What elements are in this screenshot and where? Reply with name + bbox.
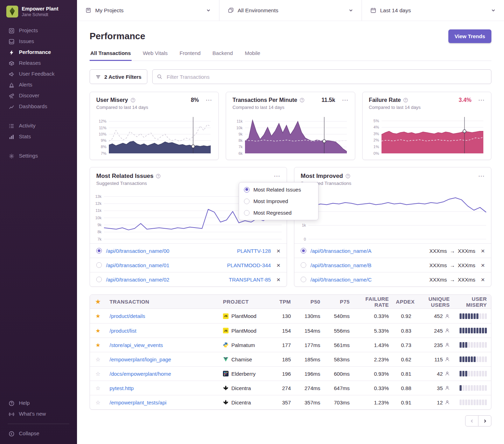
sidebar-item-label: Issues	[19, 39, 34, 44]
transaction-link[interactable]: /store/api_view_events	[110, 342, 163, 348]
issue-link[interactable]: TRANSPLANT-85	[229, 277, 271, 283]
view-trends-button[interactable]: View Trends	[448, 29, 491, 43]
question-icon[interactable]	[156, 174, 161, 179]
close-icon[interactable]	[276, 262, 280, 269]
transaction-link[interactable]: /api/0/transaction_name/C	[310, 277, 372, 283]
sidebar-item-activity[interactable]: Activity	[0, 120, 77, 131]
next-page-button[interactable]	[478, 415, 491, 426]
daterange-selector[interactable]: Last 14 days	[362, 0, 504, 21]
sidebar-item-user-feedback[interactable]: User Feedback	[0, 69, 77, 79]
duration-after: XXXms	[458, 277, 475, 283]
project-selector[interactable]: My Projects	[77, 0, 219, 21]
overflow-menu-icon[interactable]	[342, 98, 349, 102]
transaction-link[interactable]: /api/0/transaction_name/02	[106, 277, 169, 283]
sidebar-item-dashboards[interactable]: Dashboards	[0, 101, 77, 112]
question-icon[interactable]	[345, 174, 350, 179]
issues-icon	[8, 39, 14, 44]
question-icon[interactable]	[300, 98, 304, 103]
svg-text:8k: 8k	[239, 138, 243, 143]
org-switcher[interactable]: Empower Plant Jane Schmidt	[0, 0, 77, 20]
apdex-value: 0.81	[392, 371, 415, 377]
close-icon[interactable]	[276, 276, 280, 283]
star-icon[interactable]	[96, 356, 100, 362]
menu-item-most-related-issues[interactable]: Most Related Issues	[239, 184, 318, 195]
star-icon[interactable]	[96, 385, 100, 391]
radio-button[interactable]	[96, 262, 102, 268]
environment-selector[interactable]: All Environments	[219, 0, 362, 21]
transaction-link[interactable]: /empowerplant/login_page	[110, 356, 171, 362]
list-item: /api/0/transaction_name/01 PLANTMOOD-344	[90, 258, 287, 272]
sidebar-item-stats[interactable]: Stats	[0, 131, 77, 142]
search-input[interactable]	[152, 69, 491, 84]
sidebar-item-releases[interactable]: Releases	[0, 58, 77, 69]
arrow-right-icon	[450, 248, 455, 254]
previous-page-button[interactable]	[465, 415, 478, 426]
transaction-link[interactable]: pytest.http	[110, 385, 134, 391]
menu-item-most-regressed[interactable]: Most Regressed	[239, 207, 318, 218]
close-icon[interactable]	[276, 248, 280, 254]
sidebar-item-alerts[interactable]: Alerts	[0, 79, 77, 90]
sidebar-item-discover[interactable]: Discover	[0, 90, 77, 101]
sidebar-item-issues[interactable]: Issues	[0, 36, 77, 47]
sidebar-item-whats-new[interactable]: What's new	[0, 409, 77, 419]
star-icon[interactable]	[96, 400, 100, 405]
sidebar-item-label: Help	[19, 400, 30, 406]
question-icon[interactable]	[403, 98, 408, 103]
star-icon[interactable]	[96, 328, 100, 334]
star-icon[interactable]	[96, 342, 100, 348]
radio-button[interactable]	[301, 248, 306, 254]
transaction-link[interactable]: /product/list	[110, 328, 136, 334]
sidebar-item-collapse[interactable]: Collapse	[0, 428, 77, 439]
sidebar-item-label: Stats	[19, 134, 31, 140]
active-filters-button[interactable]: 2 Active Filters	[90, 69, 147, 84]
question-icon[interactable]	[131, 98, 135, 103]
card-value: 8%	[191, 97, 199, 103]
overflow-menu-icon[interactable]	[478, 98, 485, 102]
radio-button[interactable]	[301, 277, 306, 282]
secondary-nav: Activity Stats	[0, 120, 77, 142]
card-subtitle: Suggested Transactions	[294, 180, 491, 186]
transaction-link[interactable]: /product/details	[110, 313, 145, 319]
overflow-menu-icon[interactable]	[274, 174, 280, 178]
transaction-link[interactable]: /api/0/transaction_name/00	[106, 248, 169, 254]
transaction-link[interactable]: /empowerplant_tests/api	[110, 400, 167, 405]
sidebar-item-help[interactable]: Help	[0, 398, 77, 409]
p75-value: 556ms	[324, 328, 353, 334]
svg-text:1k: 1k	[302, 223, 306, 227]
transaction-link[interactable]: /api/0/transaction_name/A	[310, 248, 371, 254]
close-icon[interactable]	[481, 248, 485, 254]
sidebar-item-projects[interactable]: Projects	[0, 25, 77, 36]
overflow-menu-icon[interactable]	[205, 98, 212, 102]
transaction-link[interactable]: /api/0/transaction_name/B	[310, 262, 371, 268]
tab-web-vitals[interactable]: Web Vitals	[142, 50, 168, 61]
tab-all-transactions[interactable]: All Transactions	[90, 50, 132, 61]
tpm-value: 274	[272, 385, 294, 391]
menu-item-most-improved[interactable]: Most Improved	[239, 195, 318, 207]
list-item: /api/0/transaction_name/B XXXmsXXXms	[294, 258, 491, 272]
tab-mobile[interactable]: Mobile	[244, 50, 261, 61]
close-icon[interactable]	[481, 262, 485, 269]
overflow-menu-icon[interactable]	[478, 174, 485, 178]
duration-before: XXXms	[429, 262, 447, 268]
user-misery-chart: 12%11%10%9%8%7%	[96, 114, 212, 155]
sidebar-item-performance[interactable]: Performance	[0, 47, 77, 58]
radio-button[interactable]	[96, 248, 102, 254]
failure-rate-chart: 5%4%3%2%1%0%	[369, 114, 485, 155]
duration-after: XXXms	[458, 248, 475, 254]
issue-link[interactable]: PLANTTV-128	[237, 248, 271, 254]
transaction-link[interactable]: /api/0/transaction_name/01	[106, 262, 169, 268]
primary-nav: Projects Issues Performance Releases Use…	[0, 25, 77, 112]
radio-button[interactable]	[96, 277, 102, 282]
tab-frontend[interactable]: Frontend	[179, 50, 201, 61]
filter-icon	[96, 74, 101, 79]
transaction-link[interactable]: /docs/empowerplant/home	[110, 371, 171, 377]
tpm-value: 177	[272, 342, 294, 348]
sidebar-item-settings[interactable]: Settings	[0, 151, 77, 161]
star-icon[interactable]	[96, 371, 100, 377]
close-icon[interactable]	[481, 276, 485, 283]
radio-button[interactable]	[301, 262, 306, 268]
tab-backend[interactable]: Backend	[212, 50, 233, 61]
card-title: Failure Rate	[369, 97, 401, 103]
star-icon[interactable]	[96, 313, 100, 319]
issue-link[interactable]: PLANTMOOD-344	[227, 262, 271, 268]
